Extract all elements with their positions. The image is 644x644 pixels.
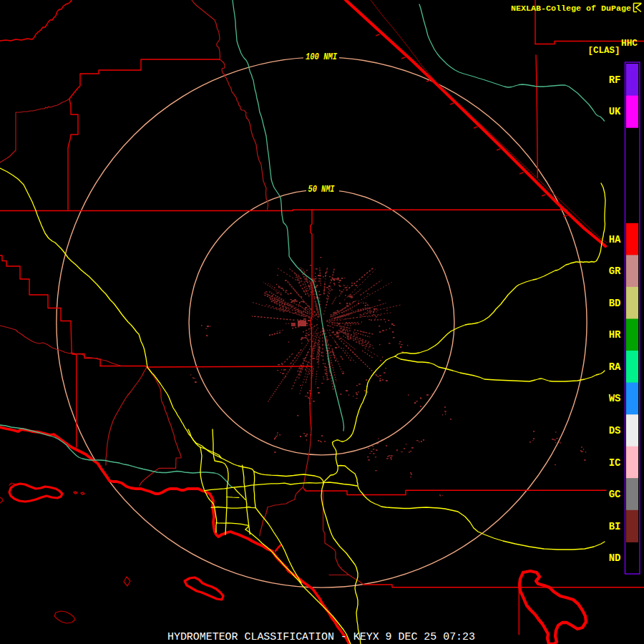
svg-text:RF: RF (609, 74, 621, 86)
svg-text:BD: BD (609, 298, 621, 309)
svg-text:100 NMI: 100 NMI (306, 52, 338, 62)
svg-text:ND: ND (609, 552, 621, 564)
svg-text:HA: HA (609, 234, 621, 245)
svg-text:IC: IC (609, 457, 621, 469)
svg-text:HHC: HHC (621, 38, 638, 49)
svg-text:HYDROMETEOR CLASSIFICATION - K: HYDROMETEOR CLASSIFICATION - KEYX 9 DEC … (167, 631, 475, 643)
svg-text:50 NMI: 50 NMI (308, 185, 336, 195)
svg-text:WS: WS (609, 393, 621, 404)
svg-text:GR: GR (609, 265, 621, 277)
svg-text:[CLAS]: [CLAS] (588, 46, 620, 56)
svg-text:UK: UK (609, 106, 621, 117)
svg-text:BI: BI (609, 521, 621, 532)
svg-text:DS: DS (609, 425, 621, 436)
svg-text:NEXLAB-College of DuPage: NEXLAB-College of DuPage (511, 4, 631, 14)
svg-text:GC: GC (609, 489, 621, 500)
svg-text:HR: HR (609, 329, 621, 341)
svg-text:RA: RA (609, 361, 621, 373)
